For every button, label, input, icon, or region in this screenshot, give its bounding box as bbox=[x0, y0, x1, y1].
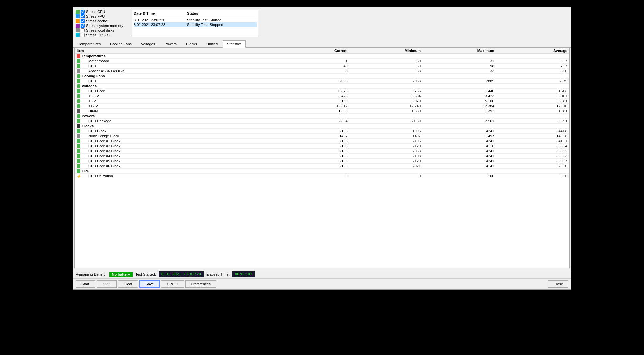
stress-mem-item[interactable]: Stress system memory bbox=[76, 24, 129, 28]
mem-icon bbox=[76, 24, 80, 28]
log-header: Date & Time Status bbox=[134, 11, 257, 16]
stress-disk-checkbox[interactable] bbox=[81, 28, 85, 32]
vcpu-icon bbox=[77, 89, 80, 93]
section-clocks: Clocks bbox=[75, 124, 569, 129]
stress-cache-item[interactable]: Stress cache bbox=[76, 19, 129, 23]
mb-minimum: 30 bbox=[350, 59, 423, 64]
close-button[interactable]: Close bbox=[548, 280, 568, 288]
cpu-temp-average: 73.7 bbox=[496, 64, 569, 69]
status-bar: Remaining Battery: No battery Test Start… bbox=[73, 270, 571, 278]
cpu-temp-minimum: 39 bbox=[350, 64, 423, 69]
ssd-icon bbox=[77, 69, 80, 73]
section-voltages: Voltages bbox=[75, 84, 569, 89]
cache-icon bbox=[76, 19, 80, 23]
v33-label: +3.3 V bbox=[82, 94, 99, 98]
tab-powers[interactable]: Powers bbox=[160, 40, 181, 47]
table-row: CPU Clock 2195 1996 4241 3441.8 bbox=[75, 129, 569, 134]
stress-cache-checkbox[interactable] bbox=[81, 19, 85, 23]
section-powers: Powers bbox=[75, 114, 569, 119]
mb-icon bbox=[77, 59, 80, 63]
mb-current: 31 bbox=[276, 59, 349, 64]
stress-cpu-checkbox[interactable] bbox=[81, 10, 85, 14]
cpu-section-label: CPU bbox=[82, 169, 89, 173]
table-row: North Bridge Clock 1497 1497 1497 1496.8 bbox=[75, 134, 569, 139]
disk-icon bbox=[76, 28, 80, 32]
stress-cpu-item[interactable]: Stress CPU bbox=[76, 10, 129, 14]
section-cpu: CPU bbox=[75, 169, 569, 174]
cpuid-button[interactable]: CPUID bbox=[161, 280, 184, 288]
volt-section-label: Voltages bbox=[82, 84, 97, 88]
cpuclk-icon bbox=[77, 129, 80, 133]
v5-label: +5 V bbox=[82, 99, 96, 103]
main-table-container: Item Current Minimum Maximum Average Tem… bbox=[74, 48, 570, 268]
tab-cooling-fans[interactable]: Cooling Fans bbox=[106, 40, 136, 47]
volt-section-icon bbox=[77, 84, 80, 88]
dimm-icon bbox=[77, 109, 80, 113]
col-minimum-header: Minimum bbox=[350, 48, 423, 54]
nbclk-icon bbox=[77, 134, 80, 138]
cpu-temp-maximum: 98 bbox=[423, 64, 496, 69]
log-row-1[interactable]: 8.01.2021 23:02:20 Stability Test: Start… bbox=[134, 18, 257, 22]
fpu-icon bbox=[76, 14, 80, 18]
start-button[interactable]: Start bbox=[76, 280, 95, 288]
elapsed-label: Elapsed Time: bbox=[206, 272, 230, 276]
cpu-temp-icon bbox=[77, 64, 80, 68]
stress-gpu-checkbox[interactable] bbox=[81, 33, 85, 37]
stress-fpu-checkbox[interactable] bbox=[81, 14, 85, 18]
col-current-header: Current bbox=[276, 48, 349, 54]
mb-average: 30.7 bbox=[496, 59, 569, 64]
power-section-label: Powers bbox=[82, 114, 95, 118]
tab-statistics[interactable]: Statistics bbox=[223, 40, 246, 48]
stress-mem-checkbox[interactable] bbox=[81, 24, 85, 28]
save-button[interactable]: Save bbox=[139, 280, 160, 288]
statistics-table: Item Current Minimum Maximum Average Tem… bbox=[75, 48, 569, 178]
table-row: ⚡CPU Utilization 0 0 100 66.6 bbox=[75, 174, 569, 178]
tab-clocks[interactable]: Clocks bbox=[182, 40, 201, 47]
col-average-header: Average bbox=[496, 48, 569, 54]
table-row: DIMM 1.380 1.380 1.392 1.381 bbox=[75, 109, 569, 114]
table-row: Motherboard 31 30 31 30.7 bbox=[75, 59, 569, 64]
stop-button[interactable]: Stop bbox=[97, 280, 117, 288]
preferences-button[interactable]: Preferences bbox=[185, 280, 216, 288]
table-row: CPU Core #5 Clock 2195 2120 4241 3388.7 bbox=[75, 159, 569, 164]
log-date-2: 8.01.2021 23:07:23 bbox=[134, 23, 187, 27]
tab-unified[interactable]: Unified bbox=[202, 40, 222, 47]
cpuutil-icon: ⚡ bbox=[77, 174, 80, 178]
gpu-icon bbox=[76, 33, 80, 37]
stress-disk-item[interactable]: Stress local disks bbox=[76, 28, 129, 32]
table-row: CPU Package 22.94 21.69 127.61 90.51 bbox=[75, 119, 569, 124]
ssd-minimum: 33 bbox=[350, 69, 423, 74]
power-section-icon bbox=[77, 114, 80, 118]
remaining-battery-label: Remaining Battery: bbox=[76, 272, 107, 276]
cpupkg-label: CPU Package bbox=[82, 119, 111, 123]
cpupkg-icon bbox=[77, 119, 80, 123]
vcpu-label: CPU Core bbox=[82, 89, 105, 93]
section-cooling-fans: Cooling Fans bbox=[75, 74, 569, 79]
table-row: CPU Core #3 Clock 2195 2058 4241 3338.2 bbox=[75, 149, 569, 154]
dimm-label: DIMM bbox=[82, 109, 98, 113]
log-row-2[interactable]: 8.01.2021 23:07:23 Stability Test: Stopp… bbox=[134, 22, 257, 27]
mb-label: Motherboard bbox=[82, 59, 109, 63]
v12-icon bbox=[77, 104, 80, 108]
col-item-header: Item bbox=[75, 48, 276, 54]
table-row: CPU 2096 2058 2885 2675 bbox=[75, 79, 569, 84]
cpu-temp-current: 40 bbox=[276, 64, 349, 69]
cpu-temp-label: CPU bbox=[82, 64, 96, 68]
tab-temperatures[interactable]: Temperatures bbox=[74, 40, 105, 47]
test-started-value: 8.01.2021 23:02:20 bbox=[159, 271, 204, 277]
table-row: CPU Core #1 Clock 2195 2195 4241 3412.1 bbox=[75, 139, 569, 144]
fan-cpu-maximum: 2885 bbox=[423, 79, 496, 84]
ssd-current: 33 bbox=[276, 69, 349, 74]
section-temperatures: Temperatures bbox=[75, 54, 569, 59]
clear-button[interactable]: Clear bbox=[118, 280, 138, 288]
stress-mem-label: Stress system memory bbox=[86, 24, 123, 28]
stress-gpu-item[interactable]: Stress GPU(s) bbox=[76, 33, 129, 37]
fan-cpu-minimum: 2058 bbox=[350, 79, 423, 84]
stress-fpu-item[interactable]: Stress FPU bbox=[76, 14, 129, 18]
tab-voltages[interactable]: Voltages bbox=[137, 40, 159, 47]
fan-cpu-average: 2675 bbox=[496, 79, 569, 84]
log-status-header: Status bbox=[187, 11, 257, 15]
log-status-1: Stability Test: Started bbox=[187, 18, 257, 22]
ssd-average: 33.0 bbox=[496, 69, 569, 74]
log-date-1: 8.01.2021 23:02:20 bbox=[134, 18, 187, 22]
